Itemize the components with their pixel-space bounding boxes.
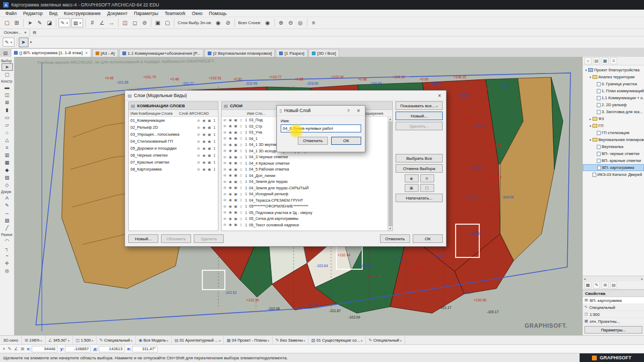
tree-item-15[interactable]: ИКЭ-03 Каталог Дверей: [583, 171, 644, 178]
solid-mode-icon[interactable]: ▣: [233, 130, 238, 135]
tree-item-3[interactable]: 1. План коммуникаций: [583, 87, 644, 94]
show-all-button[interactable]: Показывать все...▸: [396, 101, 443, 110]
solid-mode-icon[interactable]: ▣: [233, 217, 238, 221]
combination-row[interactable]: 03_Упрощен...топосъемка⊘◉▣1: [129, 131, 218, 138]
layers-dialog-titlebar[interactable]: ▤ Слои (Модельные Виды) ×: [125, 91, 446, 101]
eye-icon[interactable]: ◉: [228, 198, 232, 202]
home-icon[interactable]: ⌂: [584, 57, 591, 64]
layer-row[interactable]: ⊘◉▣▯104_5 Рабочая отметка: [222, 166, 387, 173]
tree-item-9[interactable]: ГП стилизация: [583, 129, 644, 136]
coordinate-value[interactable]: -106857: [65, 346, 91, 352]
lock-icon[interactable]: ⊘: [223, 204, 227, 209]
scroll-thumb[interactable]: [389, 121, 392, 226]
eye-icon[interactable]: ◉: [228, 173, 232, 178]
deselect-button[interactable]: Отмена Выбора: [396, 164, 443, 173]
eye-icon[interactable]: ◉: [228, 217, 232, 221]
beam-tool[interactable]: ▭: [2, 114, 13, 121]
lock-icon[interactable]: ⊘: [223, 217, 227, 221]
layers-scrollbar[interactable]: ▲ ▼: [387, 117, 392, 231]
lock-icon[interactable]: ⊘: [140, 18, 149, 28]
model-filter-quick-option[interactable]: ◉Вся Модель▸: [136, 336, 172, 344]
wall-tool[interactable]: ▬: [2, 84, 13, 91]
eye-icon[interactable]: ◉: [228, 167, 232, 172]
layer-row[interactable]: ⊘◉▣▯105_Текст основной надписи: [222, 222, 387, 228]
eye-icon[interactable]: ◉: [202, 146, 206, 151]
eye-icon[interactable]: ◉: [228, 143, 232, 147]
combination-row[interactable]: 02_Рельеф 2D⊘◉▣1: [129, 124, 218, 131]
lock-icon[interactable]: ⊘: [196, 132, 201, 137]
menu-item-3[interactable]: Конструирование: [61, 11, 104, 16]
layer-row[interactable]: ⊘◉▣▯104_Исходный рельеф: [222, 191, 387, 197]
arrow-tool-button[interactable]: ➤: [19, 38, 28, 47]
marquee-icon[interactable]: ▢: [2, 18, 12, 28]
eye-icon[interactable]: ◉: [202, 167, 206, 172]
coordinate-value[interactable]: 311,47°: [132, 346, 158, 352]
combination-row[interactable]: 05_Дорожки и площадки⊘◉▣1: [129, 145, 218, 152]
new-layer-titlebar[interactable]: ▯ Новый Слой ? ×: [277, 106, 365, 116]
menu-item-2[interactable]: Вид: [46, 11, 61, 16]
tree-item-7[interactable]: ▸ФЗ: [583, 115, 644, 122]
expand-icon[interactable]: ▾: [588, 124, 592, 128]
lock-icon[interactable]: ⊘: [223, 173, 227, 178]
expand-icon[interactable]: ▾: [588, 75, 592, 79]
solid-mode-icon[interactable]: ▣: [207, 119, 211, 123]
scroll-down-icon[interactable]: ▼: [389, 227, 392, 230]
tree-item-10[interactable]: ▾Вертикальная планировка: [583, 136, 644, 143]
menu-item-4[interactable]: Документ: [104, 11, 131, 16]
combination-row[interactable]: 08_Картограмма⊘◉▣1: [129, 166, 218, 173]
arc-tool[interactable]: ◠: [2, 237, 13, 245]
solid-mode-icon[interactable]: ▣: [233, 118, 238, 122]
solid-mode-icon[interactable]: ▣: [233, 192, 238, 196]
lock-icon[interactable]: ⊘: [196, 153, 201, 158]
tree-horizontal-scrollbar[interactable]: ◂ ▸: [583, 276, 644, 281]
group-icon[interactable]: ◫: [120, 18, 130, 28]
select-all-button[interactable]: Выбрать Все: [396, 154, 443, 162]
lock-icon[interactable]: ⊘: [196, 119, 201, 123]
eye-icon[interactable]: ◉: [202, 139, 206, 144]
show-layer-icon-button[interactable]: ◉: [405, 174, 419, 182]
tab-5[interactable]: [3D / Все]: [309, 49, 339, 57]
update-combination-button[interactable]: Обновить: [161, 234, 191, 243]
lock-icon[interactable]: ⊘: [196, 139, 201, 144]
ok-button[interactable]: ОК: [331, 137, 361, 145]
close-icon[interactable]: ×: [355, 108, 362, 114]
tab-3[interactable]: [2 Вертикальная планировка]: [204, 49, 275, 57]
line-tool[interactable]: ╱: [2, 224, 13, 232]
lock-icon[interactable]: ⊘: [223, 124, 227, 128]
combination-row[interactable]: 07_Красные отметки⊘◉▣1: [129, 159, 218, 166]
lock-icon[interactable]: ⊘: [223, 149, 227, 153]
parameters-button[interactable]: Параметры...: [584, 326, 642, 334]
column-tool[interactable]: ▮: [2, 106, 13, 114]
slab-tool[interactable]: ▱: [2, 121, 13, 129]
edit-icon[interactable]: ✎: [593, 282, 600, 289]
tree-item-14[interactable]: ВП- картограмма: [583, 164, 644, 171]
eye-icon[interactable]: ◉: [202, 132, 206, 137]
lock-icon[interactable]: ⊘: [196, 167, 201, 172]
orientation-quick-option[interactable]: ∠345,90°▸: [46, 336, 73, 344]
solid-mode-icon[interactable]: ▣: [207, 153, 211, 158]
eye-icon[interactable]: ◉: [228, 204, 232, 209]
fill-set-combo[interactable]: ▨▾: [71, 18, 84, 27]
scale-quick-option[interactable]: ◫1:500▸: [73, 336, 97, 344]
fill-tool[interactable]: ▧: [2, 217, 13, 224]
solid-mode-icon[interactable]: ▣: [233, 136, 238, 141]
renovation-filter-quick-option[interactable]: ▧01 Существующие со...▸: [309, 336, 366, 344]
views-icon[interactable]: ▤: [593, 57, 600, 64]
solid-mode-icon-button[interactable]: ▣: [405, 184, 419, 192]
delete-layer-button[interactable]: Удалить...: [396, 122, 443, 130]
solid-mode-icon[interactable]: ▣: [233, 180, 238, 184]
stair-tool[interactable]: ≡: [2, 144, 13, 151]
lock-icon[interactable]: ⊘: [196, 160, 201, 165]
map-icon[interactable]: ▦: [584, 282, 591, 289]
pen-set-quick-option[interactable]: ✎Специальный▸: [97, 336, 136, 344]
property-row-3[interactable]: ▦отн. Проектны...: [583, 318, 644, 325]
spline-tool[interactable]: ~: [2, 252, 13, 260]
lock-icon[interactable]: ⊘: [223, 130, 227, 135]
measure-icon[interactable]: ↔: [107, 18, 116, 28]
close-icon[interactable]: ×: [436, 93, 443, 99]
grid-icon[interactable]: ⊞: [20, 346, 24, 351]
solid-mode-icon[interactable]: ▣: [233, 223, 238, 227]
lock-icon[interactable]: ⊘: [223, 186, 227, 190]
pen-set-combo[interactable]: ✎▾: [58, 18, 70, 27]
tree-item-1[interactable]: ▾Анализ территории: [583, 73, 644, 80]
